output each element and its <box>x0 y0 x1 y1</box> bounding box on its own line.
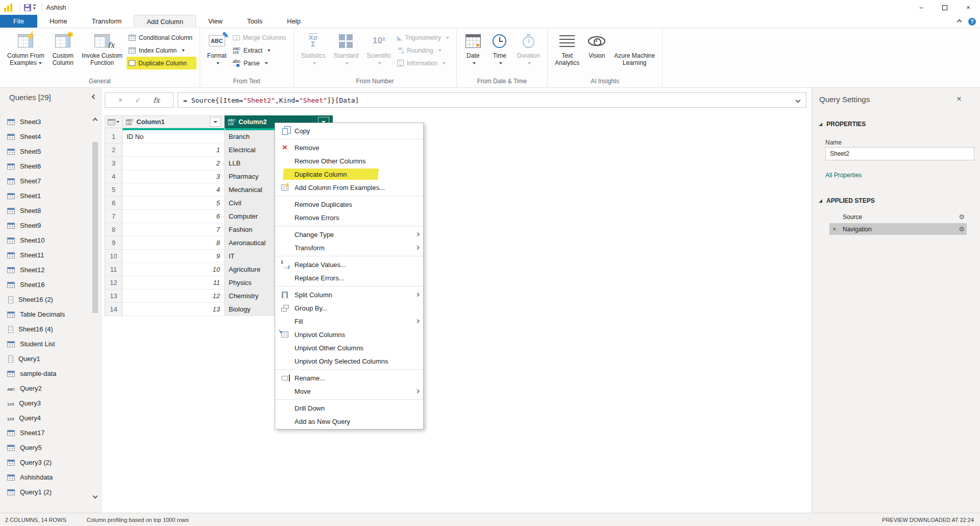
filter-dropdown-button[interactable] <box>210 117 221 127</box>
menu-item-fill[interactable]: Fill <box>275 315 423 328</box>
applied-step-navigation[interactable]: ×Navigation⚙ <box>829 223 967 235</box>
row-number[interactable]: 5 <box>105 183 122 197</box>
menu-item-unpivot-other-columns[interactable]: Unpivot Other Columns <box>275 341 423 354</box>
delete-step-icon[interactable]: × <box>832 226 836 233</box>
query-item-sheet10[interactable]: Sheet10 <box>0 233 93 248</box>
queries-scrollbar-thumb[interactable] <box>92 142 98 313</box>
tab-add-column[interactable]: Add Column <box>134 15 196 28</box>
query-item-query3[interactable]: Query3 <box>0 396 93 411</box>
row-number[interactable]: 10 <box>105 250 122 263</box>
applied-steps-section-header[interactable]: APPLIED STEPS <box>819 197 875 204</box>
menu-item-unpivot-columns[interactable]: Unpivot Columns <box>275 328 423 341</box>
menu-item-move[interactable]: Move <box>275 385 423 398</box>
maximize-button[interactable] <box>933 0 957 15</box>
quick-access-dropdown-icon[interactable]: ▾ <box>33 5 36 10</box>
scroll-up-icon[interactable] <box>93 118 98 123</box>
date-button[interactable]: Date <box>460 29 486 66</box>
query-item-query1[interactable]: Query1 <box>0 351 93 366</box>
query-item-sheet11[interactable]: Sheet11 <box>0 248 93 262</box>
query-item-table-decimals[interactable]: Table Decimals <box>0 307 93 322</box>
menu-item-remove-other-columns[interactable]: Remove Other Columns <box>275 154 423 168</box>
row-number[interactable]: 9 <box>105 236 122 250</box>
close-button[interactable]: × <box>957 0 980 15</box>
text-analytics-button[interactable]: TextAnalytics <box>551 29 583 66</box>
query-item-sheet12[interactable]: Sheet12 <box>0 262 93 277</box>
row-number[interactable]: 2 <box>105 144 122 157</box>
menu-item-copy[interactable]: Copy <box>275 124 423 137</box>
menu-item-transform[interactable]: Transform <box>275 241 423 254</box>
close-settings-icon[interactable]: × <box>957 94 962 104</box>
query-item-query2[interactable]: Query2 <box>0 381 93 396</box>
row-number[interactable]: 6 <box>105 197 122 210</box>
cancel-formula-icon[interactable]: × <box>118 96 122 104</box>
tab-help[interactable]: Help <box>275 15 313 28</box>
query-item-ashishdata[interactable]: Ashishdata <box>0 470 93 485</box>
row-number[interactable]: 12 <box>105 276 122 290</box>
cell-column1[interactable]: ID No <box>122 130 225 144</box>
cell-column1[interactable]: 4 <box>122 183 225 197</box>
query-name-input[interactable] <box>825 147 974 160</box>
tab-transform[interactable]: Transform <box>80 15 134 28</box>
menu-item-replace-values[interactable]: Replace Values... <box>275 258 423 271</box>
tab-file[interactable]: File <box>0 15 37 28</box>
vision-button[interactable]: Vision <box>583 29 610 59</box>
query-item-sheet9[interactable]: Sheet9 <box>0 218 93 233</box>
query-item-sheet3[interactable]: Sheet3 <box>0 114 93 129</box>
properties-section-header[interactable]: PROPERTIES <box>819 121 866 128</box>
query-item-student-list[interactable]: Student List <box>0 337 93 351</box>
applied-step-source[interactable]: Source⚙ <box>829 211 967 223</box>
query-item-sheet6[interactable]: Sheet6 <box>0 159 93 174</box>
cell-column1[interactable]: 11 <box>122 276 225 290</box>
extract-button[interactable]: Extract <box>231 44 290 57</box>
row-number[interactable]: 1 <box>105 130 122 144</box>
row-number[interactable]: 8 <box>105 223 122 236</box>
menu-item-replace-errors[interactable]: Replace Errors... <box>275 271 423 284</box>
query-item-sheet7[interactable]: Sheet7 <box>0 174 93 188</box>
query-item-sample-data[interactable]: sample-data <box>0 366 93 381</box>
collapse-ribbon-icon[interactable] <box>957 19 962 24</box>
menu-item-remove-errors[interactable]: Remove Errors <box>275 211 423 224</box>
row-number[interactable]: 13 <box>105 290 122 303</box>
menu-item-duplicate-column[interactable]: Duplicate Column <box>275 168 423 181</box>
custom-column-button[interactable]: ✱CustomColumn <box>48 29 78 66</box>
column-from-examples-button[interactable]: ⚡Column FromExamples <box>3 29 48 66</box>
cell-column1[interactable]: 13 <box>122 303 225 316</box>
collapse-queries-pane-icon[interactable] <box>92 94 97 100</box>
minimize-button[interactable]: – <box>910 0 933 15</box>
row-number[interactable]: 4 <box>105 170 122 183</box>
tab-view[interactable]: View <box>196 15 235 28</box>
query-item-sheet16-4[interactable]: Sheet16 (4) <box>0 322 93 337</box>
scroll-down-icon[interactable] <box>93 494 98 499</box>
row-number[interactable]: 14 <box>105 303 122 316</box>
save-icon[interactable] <box>24 4 31 11</box>
cell-column1[interactable]: 7 <box>122 223 225 236</box>
query-item-query1-2[interactable]: Query1 (2) <box>0 485 93 499</box>
row-number[interactable]: 7 <box>105 210 122 223</box>
query-item-sheet16-2[interactable]: Sheet16 (2) <box>0 292 93 307</box>
cell-column1[interactable]: 9 <box>122 250 225 263</box>
menu-item-drill-down[interactable]: Drill Down <box>275 401 423 415</box>
tab-tools[interactable]: Tools <box>235 15 275 28</box>
cell-column1[interactable]: 8 <box>122 236 225 250</box>
profiling-status[interactable]: Column profiling based on top 1000 rows <box>87 517 189 523</box>
tab-home[interactable]: Home <box>37 15 80 28</box>
fx-icon[interactable]: fx <box>153 96 160 104</box>
column-header-column1[interactable]: ABC123 Column1 <box>122 115 225 128</box>
row-number[interactable]: 11 <box>105 263 122 276</box>
cell-column1[interactable]: 10 <box>122 263 225 276</box>
help-icon[interactable]: ? <box>968 18 976 26</box>
menu-item-add-as-new-query[interactable]: Add as New Query <box>275 415 423 428</box>
menu-item-remove[interactable]: Remove <box>275 141 423 154</box>
commit-formula-icon[interactable]: ✓ <box>135 96 141 104</box>
cell-column1[interactable]: 3 <box>122 170 225 183</box>
expand-formula-icon[interactable] <box>796 98 801 103</box>
invoke-custom-function-button[interactable]: fxInvoke CustomFunction <box>78 29 127 66</box>
query-item-query5[interactable]: Query5 <box>0 440 93 455</box>
cell-column1[interactable]: 2 <box>122 157 225 170</box>
cell-column1[interactable]: 12 <box>122 290 225 303</box>
query-item-sheet1[interactable]: Sheet1 <box>0 188 93 203</box>
menu-item-rename[interactable]: Rename... <box>275 371 423 385</box>
step-settings-gear-icon[interactable]: ⚙ <box>959 225 965 233</box>
query-item-sheet17[interactable]: Sheet17 <box>0 425 93 440</box>
step-settings-gear-icon[interactable]: ⚙ <box>959 213 965 221</box>
